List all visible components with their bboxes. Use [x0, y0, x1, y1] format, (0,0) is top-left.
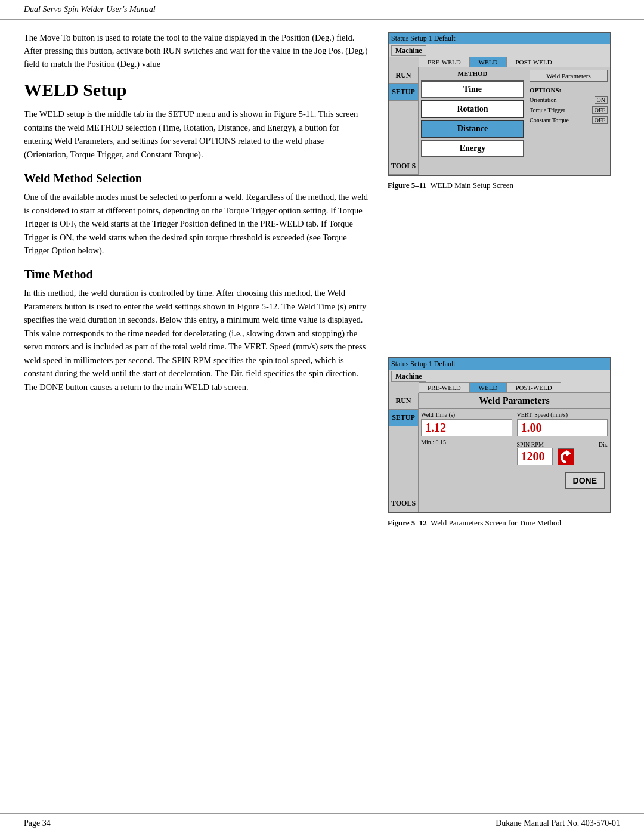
constant-torque-value[interactable]: OFF — [592, 116, 608, 124]
rpm-value[interactable]: 1200 — [517, 448, 553, 465]
orientation-label: Orientation — [530, 97, 557, 103]
left-column: The Move To button is used to rotate the… — [24, 32, 370, 540]
options-label: OPTIONS: — [530, 86, 608, 94]
dir-label: Dir. — [599, 441, 608, 448]
dir-arrow-icon[interactable] — [558, 448, 574, 465]
vert-speed-label-row: VERT. Speed (mm/s) — [517, 411, 608, 418]
weld-method-title: Weld Method Selection — [24, 172, 370, 185]
screen1-topbar: Status Setup 1 Default — [389, 33, 610, 44]
constant-torque-label: Constant Torque — [530, 117, 569, 123]
method-time-btn[interactable]: Time — [421, 80, 524, 98]
screen2-status: Status Setup 1 Default — [391, 360, 456, 368]
spin-rpm-label: SPIN RPM — [517, 441, 544, 448]
intro-text: The Move To button is used to rotate the… — [24, 32, 370, 70]
figure2-caption: Figure 5–12 Weld Parameters Screen for T… — [388, 518, 620, 528]
screen1-body: RUN SETUP TOOLS METHOD Time Rotation Dis… — [389, 67, 610, 175]
weld-setup-title: WELD Setup — [24, 80, 370, 100]
figure1-caption: Figure 5–11 WELD Main Setup Screen — [388, 181, 620, 190]
time-method-text: In this method, the weld duration is con… — [24, 286, 370, 394]
method-energy-btn[interactable]: Energy — [421, 140, 524, 157]
min-value: 0.15 — [435, 439, 446, 445]
screen1-mockup: Status Setup 1 Default Machine PRE-WELD … — [388, 32, 611, 176]
rpm-label-row: SPIN RPM Dir. — [517, 441, 608, 448]
screen1-machine-tab[interactable]: Machine — [391, 45, 426, 56]
params-right: VERT. Speed (mm/s) 1.00 SPIN RPM Dir. 12… — [517, 411, 608, 465]
orientation-option: Orientation ON — [530, 96, 608, 104]
weld-time-value[interactable]: 1.12 — [421, 419, 512, 436]
screen1-tab-preweld[interactable]: PRE-WELD — [419, 57, 470, 67]
time-method-title: Time Method — [24, 268, 370, 281]
weld-params-title: Weld Parameters — [419, 393, 610, 409]
weld-time-label-row: Weld Time (s) — [421, 411, 512, 418]
orientation-value[interactable]: ON — [595, 96, 608, 104]
screen1-method-buttons: Time Rotation Distance Energy — [421, 78, 524, 172]
screen2-tools-btn[interactable]: TOOLS — [389, 496, 418, 512]
figure2-text: Weld Parameters Screen for Time Method — [431, 518, 561, 527]
page-header: Dual Servo Spin Welder User's Manual — [0, 0, 644, 20]
min-label: Min.: — [421, 439, 434, 445]
screen2-topbar: Status Setup 1 Default — [389, 358, 610, 370]
done-area: DONE — [419, 467, 610, 494]
screen2-sidebar: RUN SETUP TOOLS — [389, 393, 419, 512]
footer-manual: Dukane Manual Part No. 403-570-01 — [496, 819, 620, 828]
screen1-tab-weld[interactable]: WELD — [470, 57, 507, 67]
screen1-tab-postweld[interactable]: POST-WELD — [506, 57, 561, 67]
weld-method-text: One of the available modes must be selec… — [24, 190, 370, 257]
screen2-setup-btn[interactable]: SETUP — [389, 410, 418, 426]
torque-trigger-label: Torque Trigger — [530, 107, 565, 113]
screen2-machine-tab[interactable]: Machine — [391, 371, 426, 382]
screen2-tab-weld[interactable]: WELD — [470, 382, 507, 392]
torque-trigger-option: Torque Trigger OFF — [530, 106, 608, 114]
rpm-dir-row: 1200 — [517, 448, 608, 465]
right-column: Status Setup 1 Default Machine PRE-WELD … — [388, 32, 620, 540]
screen2-mockup: Status Setup 1 Default Machine PRE-WELD … — [388, 357, 611, 513]
figure2-number: Figure 5–12 — [388, 518, 427, 527]
screen1-status: Status Setup 1 Default — [391, 34, 456, 43]
screen1-sidebar: RUN SETUP TOOLS — [389, 67, 419, 175]
method-distance-btn[interactable]: Distance — [421, 120, 524, 138]
screen1-setup-btn[interactable]: SETUP — [389, 84, 418, 101]
figure1-text: WELD Main Setup Screen — [430, 181, 513, 190]
torque-trigger-value[interactable]: OFF — [592, 106, 608, 114]
screen2-params-area: Weld Parameters Weld Time (s) 1.12 Min.:… — [419, 393, 610, 512]
constant-torque-option: Constant Torque OFF — [530, 116, 608, 124]
params-left: Weld Time (s) 1.12 Min.: 0.15 — [421, 411, 512, 465]
screen2-run-btn[interactable]: RUN — [389, 393, 418, 410]
screen2-tab-postweld[interactable]: POST-WELD — [506, 382, 561, 392]
method-rotation-btn[interactable]: Rotation — [421, 100, 524, 118]
params-grid: Weld Time (s) 1.12 Min.: 0.15 VERT. Sp — [419, 409, 610, 467]
rpm-section: SPIN RPM Dir. 1200 — [517, 441, 608, 465]
screen2-body: RUN SETUP TOOLS Weld Parameters Weld Tim… — [389, 393, 610, 512]
vert-speed-value[interactable]: 1.00 — [517, 419, 608, 436]
screen1-tools-btn[interactable]: TOOLS — [389, 158, 418, 175]
page-footer: Page 34 Dukane Manual Part No. 403-570-0… — [0, 813, 644, 833]
weld-params-btn[interactable]: Weld Parameters — [530, 70, 608, 82]
figure1-number: Figure 5–11 — [388, 181, 426, 190]
screen1-method-label: METHOD — [421, 70, 524, 77]
min-value-row: Min.: 0.15 — [421, 439, 512, 445]
weld-time-label: Weld Time (s) — [421, 411, 455, 418]
screen1-options: Weld Parameters OPTIONS: Orientation ON … — [527, 67, 610, 175]
header-title: Dual Servo Spin Welder User's Manual — [24, 5, 156, 14]
vert-speed-label: VERT. Speed (mm/s) — [517, 411, 568, 418]
weld-setup-description: The WELD setup is the middle tab in the … — [24, 107, 370, 161]
screen2-tab-preweld[interactable]: PRE-WELD — [419, 382, 470, 392]
done-button[interactable]: DONE — [565, 472, 605, 489]
screen1-method-area: METHOD Time Rotation Distance Energy — [419, 67, 527, 175]
screen1-run-btn[interactable]: RUN — [389, 67, 418, 84]
footer-page: Page 34 — [24, 819, 51, 828]
